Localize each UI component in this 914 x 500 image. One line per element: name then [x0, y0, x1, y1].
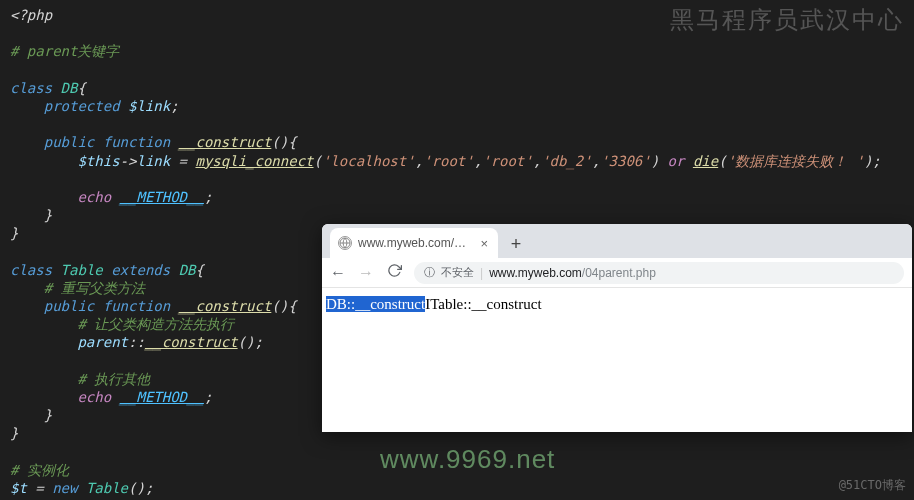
output-selected: DB::__construct — [326, 296, 425, 312]
comment-instantiate: # 实例化 — [10, 462, 69, 478]
browser-tab-bar: www.myweb.com/04parent.p × + — [322, 224, 912, 258]
insecure-label: 不安全 — [441, 265, 474, 280]
globe-icon — [338, 236, 352, 250]
browser-window: www.myweb.com/04parent.p × + ← → ⓘ 不安全 |… — [322, 224, 912, 432]
output-rest: Table::__construct — [430, 296, 541, 312]
watermark-bottom-right: @51CTO博客 — [839, 477, 906, 494]
back-button[interactable]: ← — [330, 264, 346, 282]
watermark-center: www.9969.net — [380, 444, 555, 475]
insecure-icon: ⓘ — [424, 265, 435, 280]
page-content[interactable]: DB::__constructITable::__construct — [322, 288, 912, 321]
address-bar[interactable]: ⓘ 不安全 | www.myweb.com/04parent.php — [414, 262, 904, 284]
comment-exec-other: # 执行其他 — [77, 371, 150, 387]
browser-toolbar: ← → ⓘ 不安全 | www.myweb.com/04parent.php — [322, 258, 912, 288]
reload-button[interactable] — [386, 263, 402, 282]
close-icon[interactable]: × — [478, 236, 490, 251]
comment-override: # 重写父类方法 — [44, 280, 145, 296]
comment-let-parent: # 让父类构造方法先执行 — [77, 316, 234, 332]
forward-button[interactable]: → — [358, 264, 374, 282]
php-open-tag: <?php — [10, 7, 52, 23]
browser-tab[interactable]: www.myweb.com/04parent.p × — [330, 228, 498, 258]
tab-title: www.myweb.com/04parent.p — [358, 236, 472, 250]
url-text: www.myweb.com/04parent.php — [489, 266, 656, 280]
text-cursor-icon: I — [425, 296, 430, 313]
watermark-top-right: 黑马程序员武汉中心 — [670, 4, 904, 36]
new-tab-button[interactable]: + — [502, 230, 530, 258]
comment-parent-keyword: # parent关键字 — [10, 43, 119, 59]
